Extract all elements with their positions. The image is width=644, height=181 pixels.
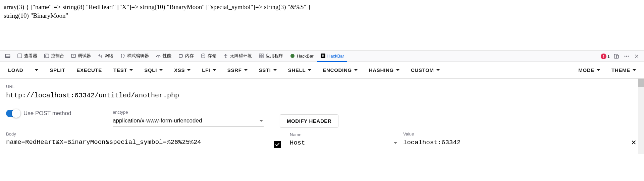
- caret-down-icon: [633, 69, 636, 71]
- xss-dropdown[interactable]: XSS: [172, 64, 193, 76]
- caret-down-icon: [597, 69, 600, 71]
- mode-dropdown[interactable]: MODE: [576, 64, 602, 76]
- caret-down-icon: [260, 120, 263, 122]
- tab-storage[interactable]: 存储: [198, 51, 219, 62]
- tab-debugger[interactable]: 调试器: [68, 51, 94, 62]
- tab-label: 样式编辑器: [127, 53, 149, 59]
- tab-application[interactable]: 应用程序: [256, 51, 286, 62]
- tab-accessibility[interactable]: 无障碍环境: [220, 51, 255, 62]
- encoding-dropdown[interactable]: ENCODING: [321, 64, 359, 76]
- svg-rect-0: [6, 54, 10, 58]
- body-input[interactable]: name=RedHeart&X=BinaryMoon&special_symbo…: [6, 137, 264, 149]
- header-enabled-checkbox[interactable]: [274, 141, 281, 148]
- inspector-icon: [17, 53, 22, 59]
- close-devtools-icon[interactable]: [633, 53, 640, 60]
- scrollbar-track[interactable]: [638, 79, 644, 154]
- console-icon: [44, 53, 49, 59]
- load-button[interactable]: LOAD: [6, 64, 25, 76]
- error-badge[interactable]: ! 1: [601, 54, 610, 59]
- error-count: 1: [607, 54, 610, 59]
- split-button[interactable]: SPLIT: [48, 64, 67, 76]
- svg-point-17: [625, 56, 626, 57]
- header-name-select[interactable]: Host: [290, 138, 397, 148]
- custom-dropdown[interactable]: CUSTOM: [409, 64, 442, 76]
- devtools-tabbar: 查看器 控制台 调试器 网络 样式编辑器 性能 内存 存储: [0, 51, 644, 62]
- header-value-label: Value: [403, 131, 638, 137]
- tab-label: 网络: [105, 53, 113, 59]
- hackbar-green-icon: [290, 53, 295, 59]
- tab-hackbar-active[interactable]: H HackBar: [317, 51, 347, 62]
- svg-rect-3: [45, 54, 49, 58]
- ssti-dropdown[interactable]: SSTI: [257, 64, 279, 76]
- tab-inspector[interactable]: 查看器: [14, 51, 40, 62]
- url-label: URL: [6, 84, 638, 89]
- delete-header-icon[interactable]: ✕: [630, 139, 638, 147]
- output-line-1: array(3) { ["name"]=> string(8) "RedHear…: [4, 3, 640, 11]
- load-dropdown[interactable]: [33, 64, 40, 76]
- sqli-dropdown[interactable]: SQLI: [142, 64, 165, 76]
- tab-label: 控制台: [51, 53, 64, 59]
- body-label: Body: [6, 131, 264, 137]
- more-options-icon[interactable]: [623, 53, 630, 60]
- use-post-toggle[interactable]: [6, 110, 19, 117]
- network-icon: [98, 53, 103, 59]
- caret-down-icon: [436, 69, 440, 71]
- shell-dropdown[interactable]: SHELL: [286, 64, 314, 76]
- caret-down-icon: [159, 69, 163, 71]
- svg-point-7: [225, 54, 226, 55]
- tab-console[interactable]: 控制台: [41, 51, 67, 62]
- caret-down-icon: [394, 142, 397, 144]
- tab-label: HackBar: [327, 54, 344, 59]
- header-value-input[interactable]: localhost:63342 ✕: [403, 137, 638, 148]
- execute-button[interactable]: EXECUTE: [74, 64, 104, 76]
- theme-dropdown[interactable]: THEME: [609, 64, 638, 76]
- svg-rect-10: [259, 56, 261, 58]
- toggle-knob: [12, 109, 20, 118]
- svg-rect-11: [262, 56, 263, 58]
- svg-rect-9: [262, 54, 263, 56]
- svg-point-12: [290, 54, 294, 58]
- application-icon: [259, 53, 264, 59]
- url-input[interactable]: http://localhost:63342/untitled/another.…: [6, 89, 638, 103]
- tab-network[interactable]: 网络: [95, 51, 116, 62]
- tab-hackbar-green[interactable]: HackBar: [287, 51, 317, 62]
- tab-inspector-dock-icon[interactable]: [2, 51, 13, 62]
- lfi-dropdown[interactable]: LFI: [200, 64, 218, 76]
- hackbar-panel: URL http://localhost:63342/untitled/anot…: [0, 79, 644, 154]
- ssrf-dropdown[interactable]: SSRF: [225, 64, 250, 76]
- caret-down-icon: [35, 69, 38, 71]
- enctype-value: application/x-www-form-urlencoded: [113, 117, 202, 124]
- test-dropdown[interactable]: TEST: [111, 64, 135, 76]
- svg-rect-8: [259, 54, 261, 56]
- svg-point-19: [628, 56, 629, 57]
- use-post-label: Use POST method: [23, 110, 71, 117]
- hackbar-toolbar: LOAD SPLIT EXECUTE TEST SQLI XSS LFI SSR…: [0, 62, 644, 79]
- enctype-select[interactable]: application/x-www-form-urlencoded: [113, 115, 264, 126]
- output-line-2: string(10) "BinaryMoon": [4, 11, 640, 20]
- caret-down-icon: [396, 69, 399, 71]
- caret-down-icon: [187, 69, 191, 71]
- svg-rect-5: [179, 55, 182, 57]
- dock-icon: [5, 53, 10, 59]
- accessibility-icon: [223, 53, 228, 59]
- tab-style-editor[interactable]: 样式编辑器: [117, 51, 152, 62]
- svg-rect-1: [6, 56, 10, 58]
- tab-label: 性能: [163, 53, 171, 59]
- caret-down-icon: [354, 69, 358, 71]
- hashing-dropdown[interactable]: HASHING: [367, 64, 401, 76]
- svg-rect-16: [616, 55, 619, 58]
- tab-label: 应用程序: [266, 53, 283, 59]
- svg-text:H: H: [322, 54, 324, 58]
- error-icon: !: [601, 54, 606, 59]
- svg-point-6: [202, 54, 205, 55]
- scrollbar-thumb[interactable]: [638, 79, 644, 87]
- modify-header-button[interactable]: MODIFY HEADER: [280, 114, 338, 127]
- performance-icon: [156, 53, 161, 59]
- svg-point-18: [626, 56, 627, 57]
- tab-label: 无障碍环境: [230, 53, 252, 59]
- tab-performance[interactable]: 性能: [153, 51, 174, 62]
- tab-memory[interactable]: 内存: [175, 51, 197, 62]
- responsive-design-icon[interactable]: [613, 53, 620, 60]
- storage-icon: [201, 53, 206, 59]
- tab-label: 查看器: [24, 53, 37, 59]
